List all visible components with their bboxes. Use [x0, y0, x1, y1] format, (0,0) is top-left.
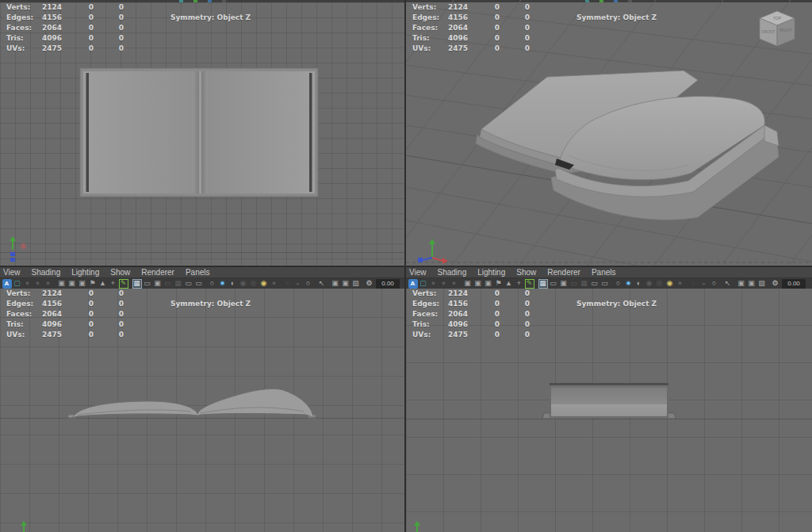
marquee-select-icon[interactable]: ▢ — [13, 279, 22, 289]
default-light-icon[interactable]: ◉ — [259, 279, 269, 289]
display-settings-gear-icon[interactable]: ⚙ — [771, 279, 780, 289]
resolution-gate-icon[interactable]: ▣ — [559, 279, 569, 289]
exposure-field[interactable]: 0.00 — [376, 279, 400, 289]
field-chart-icon[interactable]: ▦ — [174, 279, 183, 289]
wireframe-mode-icon[interactable]: ○ — [208, 279, 217, 289]
display-settings-gear-icon[interactable]: ⚙ — [365, 279, 374, 289]
book-front-view-geometry[interactable] — [68, 388, 316, 418]
region-crop-icon[interactable]: ▨ — [351, 279, 361, 289]
axes-icon[interactable]: + — [109, 279, 118, 289]
contrast-icon[interactable]: ◑ — [402, 279, 405, 289]
menu-shading[interactable]: Shading — [438, 268, 467, 277]
pencil-icon[interactable]: ✎ — [525, 279, 534, 289]
book-model-front-view[interactable] — [0, 288, 404, 532]
lasso-select-icon[interactable]: ● — [429, 279, 439, 289]
multisample-icon[interactable]: ○ — [304, 279, 313, 289]
select-tool-icon[interactable]: A — [408, 279, 418, 289]
multisample-icon[interactable]: ○ — [710, 279, 719, 289]
grid-toggle-icon[interactable]: ▦ — [132, 279, 142, 289]
scene-view-icon[interactable]: ▣ — [341, 279, 350, 289]
perspective-scene[interactable] — [406, 0, 812, 266]
image-plane-icon[interactable]: ▲ — [504, 279, 514, 289]
select-tool-icon[interactable]: A — [2, 279, 12, 289]
safe-title-icon[interactable]: ▭ — [194, 279, 204, 289]
occlusion-icon[interactable]: ● — [689, 279, 699, 289]
menu-panels[interactable]: Panels — [186, 268, 210, 277]
viewport-top-view[interactable]: Verts: 2124 0 0 Edges: 4156 0 0 Faces: 2… — [0, 0, 404, 266]
pencil-icon[interactable]: ✎ — [119, 279, 128, 289]
axes-icon[interactable]: + — [515, 279, 524, 289]
camera-attributes-icon[interactable]: ▣ — [473, 279, 483, 289]
isolate-select-icon[interactable]: ↖ — [317, 279, 327, 289]
menu-lighting[interactable]: Lighting — [71, 268, 99, 277]
lighting-mode-icon[interactable]: ◉ — [239, 279, 248, 289]
field-chart-icon[interactable]: ▦ — [580, 279, 589, 289]
wireframe-on-shaded-icon[interactable]: ◎ — [655, 279, 665, 289]
book-top-view-geometry[interactable] — [80, 68, 318, 197]
resolution-gate-icon[interactable]: ▣ — [153, 279, 163, 289]
menu-show[interactable]: Show — [516, 268, 536, 277]
snapshot-icon[interactable]: ▣ — [331, 279, 340, 289]
shaded-mode-icon[interactable]: ● — [218, 279, 228, 289]
exposure-field[interactable]: 0.00 — [782, 279, 806, 289]
gate-mask-icon[interactable]: ▭ — [569, 279, 579, 289]
zoom-select-icon[interactable]: ● — [44, 279, 53, 289]
safe-action-icon[interactable]: ▭ — [184, 279, 193, 289]
menu-view[interactable]: View — [3, 268, 21, 277]
camera-icon[interactable]: ▣ — [463, 279, 473, 289]
shadows-icon[interactable]: ● — [676, 279, 685, 289]
camera-attributes-icon[interactable]: ▣ — [67, 279, 77, 289]
occlusion-icon[interactable]: ● — [283, 279, 293, 289]
default-light-icon[interactable]: ◉ — [665, 279, 675, 289]
camera-bookmark-icon[interactable]: ▣ — [78, 279, 87, 289]
textured-mode-icon[interactable]: ◐ — [228, 279, 238, 289]
gate-mask-icon[interactable]: ▭ — [163, 279, 173, 289]
view-cube-top-label[interactable]: TOP — [773, 16, 782, 21]
paint-select-icon[interactable]: ● — [33, 279, 43, 289]
menu-panels[interactable]: Panels — [592, 268, 616, 277]
menu-renderer[interactable]: Renderer — [547, 268, 580, 277]
textured-mode-icon[interactable]: ◐ — [634, 279, 644, 289]
camera-bookmark-icon[interactable]: ▣ — [484, 279, 493, 289]
grid-toggle-icon[interactable]: ▦ — [538, 279, 548, 289]
lasso-select-icon[interactable]: ● — [23, 279, 33, 289]
viewport-perspective-view[interactable]: Verts: 2124 0 0 Edges: 4156 0 0 Faces: 2… — [406, 0, 812, 266]
motion-blur-icon[interactable]: ◒ — [293, 279, 303, 289]
film-gate-icon[interactable]: ▭ — [143, 279, 152, 289]
menu-renderer[interactable]: Renderer — [141, 268, 174, 277]
book-model-top-view[interactable] — [0, 0, 404, 266]
shadows-icon[interactable]: ● — [270, 279, 279, 289]
motion-blur-icon[interactable]: ◒ — [699, 279, 709, 289]
viewport-front-view[interactable]: View Shading Lighting Show Renderer Pane… — [0, 267, 404, 532]
wireframe-mode-icon[interactable]: ○ — [614, 279, 623, 289]
scene-view-icon[interactable]: ▣ — [747, 279, 756, 289]
viewport-side-view[interactable]: View Shading Lighting Show Renderer Pane… — [406, 267, 812, 532]
wireframe-on-shaded-icon[interactable]: ◎ — [249, 279, 259, 289]
lighting-mode-icon[interactable]: ◉ — [645, 279, 654, 289]
contrast-icon[interactable]: ◑ — [808, 279, 812, 289]
marquee-select-icon[interactable]: ▢ — [419, 279, 428, 289]
paint-select-icon[interactable]: ● — [439, 279, 449, 289]
image-plane-icon[interactable]: ▲ — [98, 279, 108, 289]
bookmark-icon[interactable]: ⚑ — [494, 279, 504, 289]
view-cube-front-label[interactable]: FRONT — [761, 29, 775, 34]
menu-view[interactable]: View — [409, 268, 427, 277]
region-crop-icon[interactable]: ▨ — [757, 279, 767, 289]
view-cube-right-label[interactable]: RIGHT — [779, 28, 792, 33]
snapshot-icon[interactable]: ▣ — [737, 279, 746, 289]
menu-shading[interactable]: Shading — [32, 268, 61, 277]
book-model-side-view[interactable] — [406, 288, 812, 532]
bookmark-icon[interactable]: ⚑ — [88, 279, 98, 289]
menu-show[interactable]: Show — [110, 268, 130, 277]
camera-icon[interactable]: ▣ — [57, 279, 67, 289]
shaded-mode-icon[interactable]: ● — [624, 279, 634, 289]
isolate-select-icon[interactable]: ↖ — [723, 279, 733, 289]
safe-action-icon[interactable]: ▭ — [590, 279, 599, 289]
safe-title-icon[interactable]: ▭ — [600, 279, 610, 289]
film-gate-icon[interactable]: ▭ — [549, 279, 558, 289]
book-model-perspective[interactable] — [476, 71, 779, 220]
zoom-select-icon[interactable]: ● — [450, 279, 459, 289]
menu-lighting[interactable]: Lighting — [477, 268, 505, 277]
book-side-view-geometry[interactable] — [542, 383, 676, 419]
view-cube[interactable]: TOP FRONT RIGHT — [755, 8, 801, 51]
